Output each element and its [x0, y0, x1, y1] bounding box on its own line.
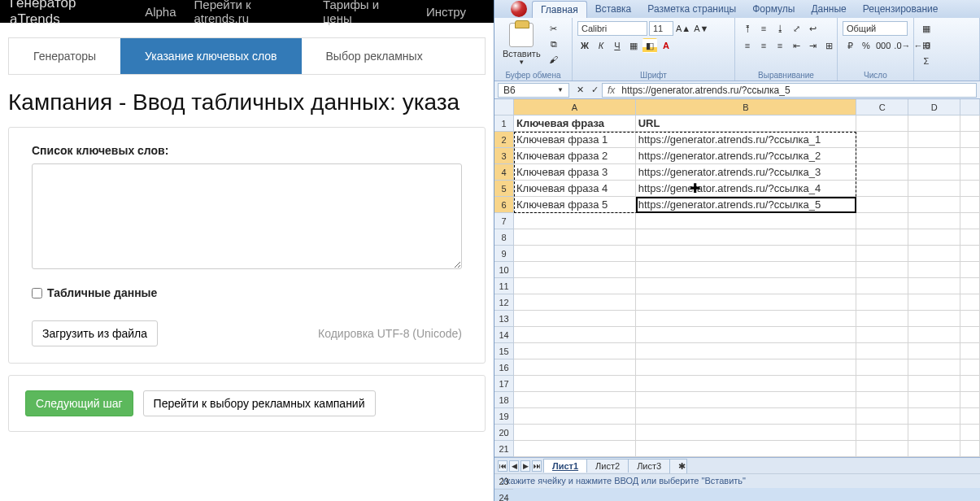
cell[interactable]: https://generator.atrends.ru/?ссылка_3: [636, 164, 857, 181]
go-to-campaigns-button[interactable]: Перейти к выбору рекламных кампаний: [143, 390, 376, 416]
row-header[interactable]: 6: [494, 197, 513, 213]
cell[interactable]: [856, 115, 908, 132]
percent-icon[interactable]: %: [859, 38, 873, 53]
sheet-tab-2[interactable]: Лист2: [586, 459, 629, 473]
number-format-select[interactable]: Общий: [843, 21, 908, 36]
cell[interactable]: Ключевая фраза 5: [514, 197, 636, 213]
font-size-select[interactable]: 11: [649, 21, 673, 36]
row-header[interactable]: 20: [494, 425, 513, 441]
cell[interactable]: [960, 376, 980, 392]
decrease-indent-icon[interactable]: ⇤: [789, 38, 804, 53]
cell[interactable]: [514, 327, 636, 343]
cell[interactable]: [908, 115, 960, 132]
cell[interactable]: [856, 294, 908, 311]
cell[interactable]: Ключевая фраза 4: [514, 181, 636, 197]
cell[interactable]: [908, 197, 960, 213]
cell[interactable]: [908, 376, 960, 392]
nav-atrends[interactable]: Перейти к atrends.ru: [194, 0, 305, 25]
cell[interactable]: [636, 359, 857, 376]
cell[interactable]: [960, 359, 980, 376]
row-header[interactable]: 12: [494, 294, 513, 311]
paste-button[interactable]: Вставить ▼: [499, 21, 544, 68]
cell[interactable]: [908, 164, 960, 181]
cell[interactable]: [856, 262, 908, 278]
formula-bar[interactable]: fx https://generator.atrends.ru/?ссылка_…: [602, 83, 977, 98]
col-header[interactable]: B: [636, 99, 857, 115]
cell[interactable]: [960, 246, 980, 262]
row-header[interactable]: 11: [494, 278, 513, 294]
cell[interactable]: [636, 327, 857, 343]
comma-icon[interactable]: 000: [875, 38, 891, 53]
nav-instructions[interactable]: Инстру: [426, 5, 466, 19]
align-top-icon[interactable]: ⭱: [740, 21, 755, 36]
italic-button[interactable]: К: [594, 38, 608, 53]
cell[interactable]: [636, 246, 857, 262]
cell[interactable]: [514, 246, 636, 262]
align-left-icon[interactable]: ≡: [740, 38, 755, 53]
cell[interactable]: [636, 213, 857, 229]
cell[interactable]: [960, 213, 980, 229]
shrink-font-icon[interactable]: A▼: [693, 21, 709, 36]
cell[interactable]: [514, 213, 636, 229]
cell[interactable]: [514, 392, 636, 408]
cell[interactable]: [636, 376, 857, 392]
cancel-icon[interactable]: ✕: [573, 83, 587, 98]
cell[interactable]: [514, 262, 636, 278]
fill-color-icon[interactable]: ◧: [642, 38, 657, 53]
cell[interactable]: [514, 441, 636, 457]
copy-icon[interactable]: ⧉: [547, 37, 561, 51]
col-header[interactable]: [960, 99, 980, 115]
ribbon-tab-formulas[interactable]: Формулы: [744, 1, 803, 17]
row-header[interactable]: 3: [494, 148, 513, 164]
editing-icon[interactable]: Σ: [919, 54, 934, 68]
cell[interactable]: [856, 311, 908, 327]
row-header[interactable]: 15: [494, 343, 513, 359]
cell[interactable]: [514, 425, 636, 441]
cell[interactable]: [636, 294, 857, 311]
cell[interactable]: [636, 311, 857, 327]
cell[interactable]: [960, 164, 980, 181]
cell[interactable]: [856, 213, 908, 229]
currency-icon[interactable]: ₽: [843, 38, 857, 53]
cell[interactable]: [514, 343, 636, 359]
ribbon-tab-layout[interactable]: Разметка страницы: [639, 1, 744, 17]
cell[interactable]: https://generator.atrends.ru/?ссылка_1: [636, 132, 857, 148]
cell[interactable]: [856, 343, 908, 359]
cell[interactable]: Ключевая фраза 3: [514, 164, 636, 181]
nav-alpha[interactable]: Alpha: [145, 5, 176, 19]
cell[interactable]: [636, 425, 857, 441]
row-header[interactable]: 7: [494, 213, 513, 229]
tab-campaigns[interactable]: Выбор рекламных: [302, 38, 447, 74]
nav-pricing[interactable]: Тарифы и цены: [323, 0, 408, 25]
cell[interactable]: [636, 408, 857, 425]
row-header[interactable]: 9: [494, 246, 513, 262]
grow-font-icon[interactable]: A▲: [675, 21, 691, 36]
orientation-icon[interactable]: ⤢: [789, 21, 804, 36]
col-header[interactable]: A: [514, 99, 636, 115]
cell[interactable]: [514, 376, 636, 392]
cell[interactable]: [960, 343, 980, 359]
cell[interactable]: [636, 229, 857, 246]
cell[interactable]: URL: [636, 115, 857, 132]
name-box[interactable]: B6▼: [498, 83, 569, 98]
cell[interactable]: [908, 441, 960, 457]
tab-generators[interactable]: Генераторы: [9, 38, 120, 74]
cells-icon[interactable]: ▤: [919, 37, 934, 52]
tab-keywords[interactable]: Указание ключевых слов: [120, 38, 301, 74]
cell[interactable]: [960, 197, 980, 213]
increase-indent-icon[interactable]: ⇥: [805, 38, 820, 53]
ribbon-tab-insert[interactable]: Вставка: [587, 1, 640, 17]
cell[interactable]: [960, 115, 980, 132]
cell[interactable]: [856, 359, 908, 376]
cell[interactable]: [636, 262, 857, 278]
cell[interactable]: [908, 148, 960, 164]
cell[interactable]: [856, 132, 908, 148]
cell[interactable]: [960, 425, 980, 441]
row-header[interactable]: 5: [494, 181, 513, 197]
align-right-icon[interactable]: ≡: [773, 38, 787, 53]
cell[interactable]: [908, 294, 960, 311]
cell[interactable]: [636, 392, 857, 408]
font-name-select[interactable]: Calibri: [577, 21, 647, 36]
enter-icon[interactable]: ✓: [587, 83, 602, 98]
cell[interactable]: [514, 359, 636, 376]
